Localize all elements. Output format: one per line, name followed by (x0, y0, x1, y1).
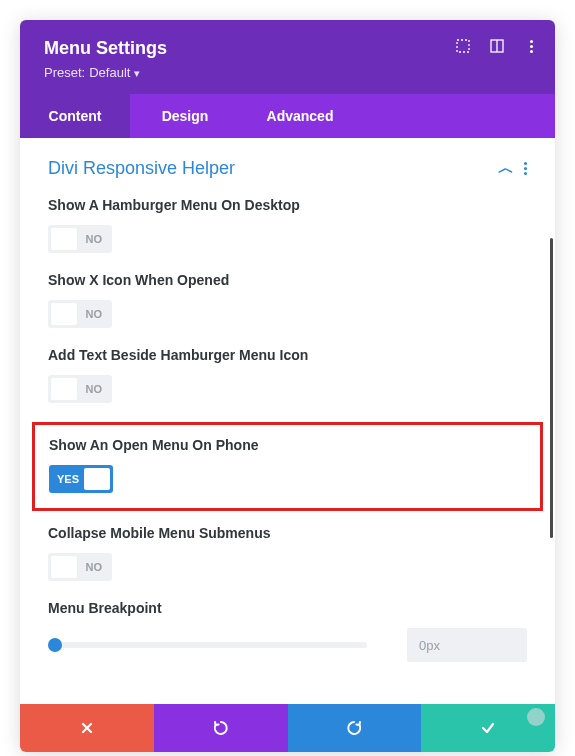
undo-icon (212, 719, 230, 737)
redo-button[interactable] (288, 704, 422, 752)
breakpoint-input[interactable]: 0px (407, 628, 527, 662)
tabs: Content Design Advanced (20, 94, 555, 138)
chevron-up-icon[interactable]: ︿ (498, 158, 514, 179)
tab-advanced[interactable]: Advanced (240, 94, 360, 138)
toggle-x-icon[interactable]: NO (48, 300, 112, 328)
preset-value: Default (89, 65, 130, 80)
toggle-knob (51, 303, 77, 325)
toggle-value: NO (86, 383, 103, 395)
tab-content[interactable]: Content (20, 94, 130, 138)
layout-icon[interactable] (489, 38, 505, 54)
breakpoint-slider[interactable] (48, 642, 367, 648)
option-hamburger-desktop: Show A Hamburger Menu On Desktop NO (48, 197, 527, 254)
option-label: Show A Hamburger Menu On Desktop (48, 197, 527, 213)
option-label: Collapse Mobile Menu Submenus (48, 525, 527, 541)
toggle-knob (51, 556, 77, 578)
panel-header: Menu Settings Preset: Default (20, 20, 555, 94)
toggle-text-beside[interactable]: NO (48, 375, 112, 403)
preset-label: Preset: (44, 65, 85, 80)
menu-settings-panel: Menu Settings Preset: Default Content De… (20, 20, 555, 752)
panel-body: Divi Responsive Helper ︿ Show A Hamburge… (20, 138, 555, 704)
highlighted-option: Show An Open Menu On Phone YES (32, 422, 543, 511)
toggle-collapse-submenus[interactable]: NO (48, 553, 112, 581)
option-x-icon: Show X Icon When Opened NO (48, 272, 527, 329)
header-actions (455, 38, 539, 54)
toggle-open-phone[interactable]: YES (49, 465, 113, 493)
more-icon[interactable] (523, 38, 539, 54)
section-header[interactable]: Divi Responsive Helper ︿ (48, 158, 527, 179)
caret-down-icon (134, 65, 140, 80)
slider-thumb[interactable] (48, 638, 62, 652)
panel-footer (20, 704, 555, 752)
svg-rect-0 (457, 40, 469, 52)
redo-icon (345, 719, 363, 737)
option-breakpoint: Menu Breakpoint 0px (48, 600, 527, 662)
option-text-beside: Add Text Beside Hamburger Menu Icon NO (48, 347, 527, 404)
section-title: Divi Responsive Helper (48, 158, 235, 179)
expand-icon[interactable] (455, 38, 471, 54)
option-label: Show X Icon When Opened (48, 272, 527, 288)
option-label: Menu Breakpoint (48, 600, 527, 616)
toggle-value: NO (86, 233, 103, 245)
toggle-knob (51, 228, 77, 250)
undo-button[interactable] (154, 704, 288, 752)
toggle-value: NO (86, 561, 103, 573)
toggle-knob (84, 468, 110, 490)
option-collapse-submenus: Collapse Mobile Menu Submenus NO (48, 525, 527, 582)
cancel-button[interactable] (20, 704, 154, 752)
scrollbar[interactable] (550, 238, 553, 538)
section-more-icon[interactable] (524, 162, 527, 175)
option-label: Add Text Beside Hamburger Menu Icon (48, 347, 527, 363)
toggle-value: NO (86, 308, 103, 320)
close-icon (80, 721, 94, 735)
tab-design[interactable]: Design (130, 94, 240, 138)
option-open-phone: Show An Open Menu On Phone YES (49, 437, 526, 494)
preset-selector[interactable]: Preset: Default (44, 65, 531, 80)
toggle-hamburger-desktop[interactable]: NO (48, 225, 112, 253)
help-bubble-icon[interactable] (527, 708, 545, 726)
breakpoint-value: 0px (419, 638, 440, 653)
toggle-value: YES (57, 473, 79, 485)
check-icon (480, 720, 496, 736)
toggle-knob (51, 378, 77, 400)
option-label: Show An Open Menu On Phone (49, 437, 526, 453)
